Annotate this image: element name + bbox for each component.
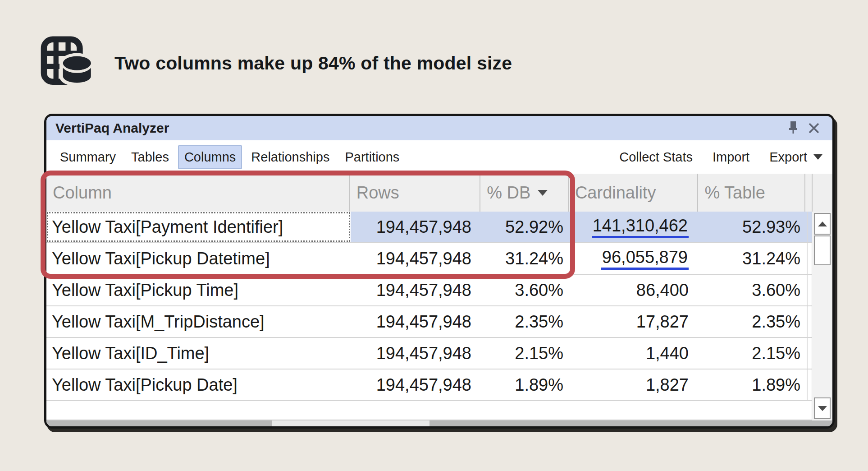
horizontal-scrollbar[interactable]: [46, 420, 832, 426]
cell-spacer: [807, 212, 812, 242]
cell-cardinality[interactable]: 1,827: [570, 369, 699, 400]
table-database-icon: [39, 35, 95, 91]
cell-cardinality[interactable]: 1,440: [570, 338, 699, 369]
cell-db-pct[interactable]: 3.60%: [481, 275, 570, 305]
cell-table-pct[interactable]: 2.15%: [699, 338, 807, 369]
cell-cardinality[interactable]: 141,310,462: [570, 212, 699, 242]
window-titlebar: VertiPaq Analyzer: [46, 116, 832, 140]
header-cardinality[interactable]: Cardinality: [569, 174, 699, 212]
scroll-down-icon: [818, 406, 827, 411]
cell-rows[interactable]: 194,457,948: [351, 275, 481, 305]
cardinality-value[interactable]: 141,310,462: [592, 216, 689, 238]
export-button[interactable]: Export: [769, 150, 807, 165]
cell-table-pct[interactable]: 2.35%: [699, 306, 807, 337]
cell-db-pct[interactable]: 31.24%: [481, 243, 570, 274]
page-title: Two columns make up 84% of the model siz…: [114, 53, 512, 74]
scroll-down-button[interactable]: [814, 397, 831, 419]
vertical-scrollbar-thumb[interactable]: [814, 236, 831, 265]
cardinality-value[interactable]: 1,440: [646, 344, 689, 363]
tab-strip: SummaryTablesColumnsRelationshipsPartiti…: [54, 145, 406, 169]
vertipaq-analyzer-window: VertiPaq Analyzer SummaryTablesColumnsRe…: [44, 114, 835, 429]
cell-column-name[interactable]: Yellow Taxi[ID_Time]: [46, 338, 351, 369]
tab-columns[interactable]: Columns: [178, 145, 242, 169]
table-row[interactable]: Yellow Taxi[Pickup Date]194,457,9481.89%…: [46, 369, 812, 401]
header-rows[interactable]: Rows: [350, 174, 480, 212]
close-icon: [808, 122, 820, 134]
table-row[interactable]: Yellow Taxi[Pickup Datetime]194,457,9483…: [46, 243, 812, 275]
cell-db-pct[interactable]: 1.89%: [481, 369, 570, 400]
cell-cardinality[interactable]: 86,400: [570, 275, 699, 305]
import-button[interactable]: Import: [713, 150, 749, 165]
cell-column-name[interactable]: Yellow Taxi[Pickup Time]: [46, 275, 351, 305]
headline: Two columns make up 84% of the model siz…: [39, 35, 512, 91]
scroll-up-button[interactable]: [814, 213, 831, 235]
cell-spacer: [807, 306, 812, 337]
table-header-row: Column Rows % DB Cardinality % Table: [46, 174, 812, 212]
table-row[interactable]: Yellow Taxi[Payment Identifier]194,457,9…: [46, 212, 812, 243]
cell-table-pct[interactable]: 1.89%: [699, 369, 807, 400]
close-button[interactable]: [804, 118, 824, 138]
tab-partitions[interactable]: Partitions: [338, 145, 406, 169]
columns-table: Column Rows % DB Cardinality % Table Yel…: [46, 174, 832, 426]
cell-column-name[interactable]: Yellow Taxi[Payment Identifier]: [46, 212, 351, 242]
cell-cardinality[interactable]: 96,055,879: [570, 243, 699, 274]
header-table-pct[interactable]: % Table: [698, 174, 805, 212]
cell-table-pct[interactable]: 3.60%: [699, 275, 807, 305]
cell-spacer: [807, 369, 812, 400]
pin-button[interactable]: [783, 118, 804, 138]
header-spacer: [805, 174, 812, 212]
sort-descending-caret-icon: [538, 190, 548, 196]
cell-column-name[interactable]: Yellow Taxi[M_TripDistance]: [46, 306, 351, 337]
horizontal-scrollbar-thumb[interactable]: [272, 420, 429, 426]
cardinality-value[interactable]: 1,827: [646, 375, 689, 395]
tab-summary[interactable]: Summary: [54, 145, 122, 169]
header-db-pct[interactable]: % DB: [480, 174, 569, 212]
cell-table-pct[interactable]: 31.24%: [699, 243, 807, 274]
scroll-up-icon: [818, 222, 827, 226]
header-column[interactable]: Column: [46, 174, 350, 212]
cell-table-pct[interactable]: 52.93%: [699, 212, 807, 242]
empty-table-space: [46, 401, 812, 420]
cardinality-value[interactable]: 17,827: [636, 312, 689, 332]
cell-db-pct[interactable]: 52.92%: [481, 212, 570, 242]
cell-rows[interactable]: 194,457,948: [351, 369, 481, 400]
cell-rows[interactable]: 194,457,948: [351, 306, 481, 337]
cell-rows[interactable]: 194,457,948: [351, 338, 481, 369]
cell-cardinality[interactable]: 17,827: [570, 306, 699, 337]
cell-spacer: [807, 275, 812, 305]
toolbar-actions: Collect StatsImportExport: [619, 150, 807, 165]
collect-stats-button[interactable]: Collect Stats: [619, 150, 693, 165]
cell-spacer: [807, 338, 812, 369]
cell-db-pct[interactable]: 2.35%: [481, 306, 570, 337]
table-row[interactable]: Yellow Taxi[M_TripDistance]194,457,9482.…: [46, 306, 812, 338]
cell-db-pct[interactable]: 2.15%: [481, 338, 570, 369]
cell-spacer: [807, 243, 812, 274]
dropdown-caret-icon[interactable]: [813, 154, 822, 160]
scrollbar-header-cap: [812, 174, 832, 212]
table-body: Yellow Taxi[Payment Identifier]194,457,9…: [46, 212, 832, 401]
cell-rows[interactable]: 194,457,948: [351, 212, 481, 242]
tab-tables[interactable]: Tables: [125, 145, 175, 169]
table-row[interactable]: Yellow Taxi[Pickup Time]194,457,9483.60%…: [46, 275, 812, 306]
tab-relationships[interactable]: Relationships: [245, 145, 336, 169]
cell-column-name[interactable]: Yellow Taxi[Pickup Datetime]: [46, 243, 351, 274]
cardinality-value[interactable]: 86,400: [636, 281, 689, 300]
table-row[interactable]: Yellow Taxi[ID_Time]194,457,9482.15%1,44…: [46, 338, 812, 369]
window-title: VertiPaq Analyzer: [55, 120, 169, 136]
toolbar: SummaryTablesColumnsRelationshipsPartiti…: [46, 140, 832, 174]
cardinality-value[interactable]: 96,055,879: [601, 248, 689, 270]
cell-rows[interactable]: 194,457,948: [351, 243, 481, 274]
vertical-scrollbar[interactable]: [812, 212, 832, 420]
cell-column-name[interactable]: Yellow Taxi[Pickup Date]: [46, 369, 351, 400]
pin-icon: [787, 121, 799, 135]
